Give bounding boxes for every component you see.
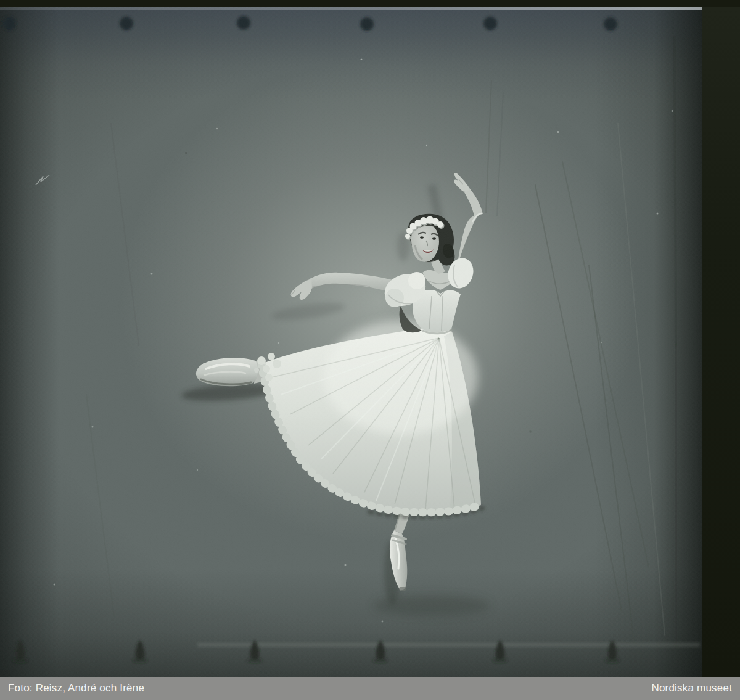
photo-scan-page: Foto: Reisz, André och Irène Nordiska mu… [0,0,740,700]
photographer-credit: Foto: Reisz, André och Irène [8,682,144,694]
film-frame-top [0,0,740,7]
negative-photo-area [0,7,702,677]
museum-credit: Nordiska museet [651,682,732,694]
film-grain-overlay [0,7,702,677]
ballerina-illustration [0,7,702,677]
caption-bar: Foto: Reisz, André och Irène Nordiska mu… [0,677,740,700]
film-frame-right [702,7,740,677]
